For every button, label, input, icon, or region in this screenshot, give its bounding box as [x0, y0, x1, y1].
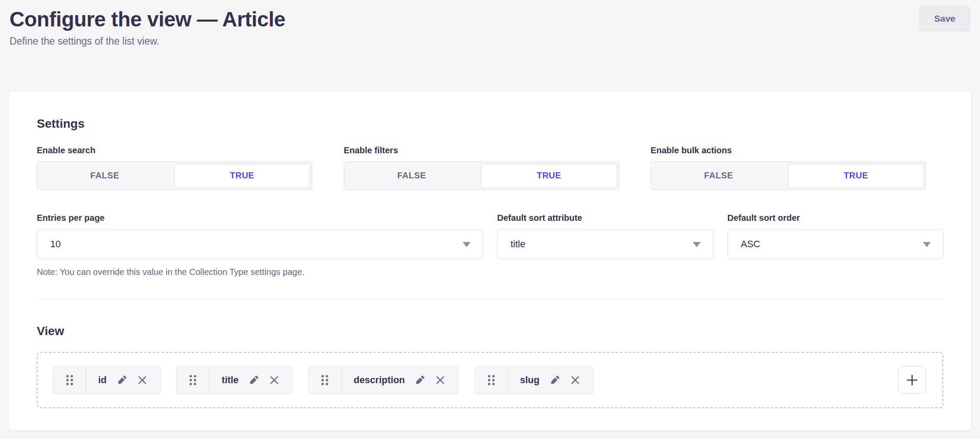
- default-sort-attribute-value: title: [511, 239, 525, 250]
- close-icon: [435, 374, 446, 386]
- pencil-icon: [116, 374, 128, 386]
- page-title: Configure the view — Article: [10, 7, 970, 32]
- remove-field-button[interactable]: [570, 374, 581, 386]
- chevron-down-icon: [463, 242, 471, 247]
- toggle-row: Enable search FALSE TRUE Enable filters …: [37, 145, 943, 190]
- chevron-down-icon: [693, 242, 701, 247]
- chip-body: slug: [508, 367, 592, 394]
- drag-handle-icon: [188, 374, 198, 387]
- field-chip-description[interactable]: description: [308, 366, 459, 394]
- field-entries-per-page: Entries per page 10 Note: You can overri…: [37, 213, 483, 278]
- pencil-icon: [248, 374, 259, 386]
- chip-label: slug: [520, 374, 539, 386]
- field-enable-filters: Enable filters FALSE TRUE: [344, 145, 637, 190]
- plus-icon: [906, 374, 919, 387]
- pencil-icon: [549, 374, 560, 386]
- entries-per-page-value: 10: [50, 239, 61, 250]
- edit-field-button[interactable]: [414, 374, 426, 386]
- chevron-down-icon: [923, 242, 931, 247]
- save-button[interactable]: Save: [919, 6, 970, 31]
- enable-bulk-actions-true-option[interactable]: TRUE: [788, 164, 924, 188]
- field-list: id: [37, 352, 943, 408]
- page-header: Configure the view — Article Define the …: [0, 0, 980, 91]
- edit-field-button[interactable]: [248, 374, 259, 386]
- enable-search-toggle: FALSE TRUE: [37, 161, 312, 190]
- field-default-sort-order: Default sort order ASC: [727, 213, 943, 278]
- page-subtitle: Define the settings of the list view.: [10, 35, 970, 48]
- select-row: Entries per page 10 Note: You can overri…: [37, 213, 943, 278]
- drag-handle-icon: [65, 374, 74, 387]
- default-sort-attribute-select[interactable]: title: [497, 229, 713, 259]
- chip-label: title: [222, 374, 239, 386]
- enable-bulk-actions-false-option[interactable]: FALSE: [651, 162, 786, 190]
- pencil-icon: [414, 374, 426, 386]
- entries-per-page-hint: Note: You can override this value in the…: [37, 266, 483, 278]
- settings-heading: Settings: [37, 116, 943, 131]
- default-sort-order-value: ASC: [741, 239, 760, 250]
- drag-handle-icon: [320, 374, 330, 387]
- remove-field-button[interactable]: [269, 374, 280, 386]
- field-enable-bulk-actions: Enable bulk actions FALSE TRUE: [650, 145, 943, 190]
- chip-body: description: [342, 367, 458, 394]
- drag-handle[interactable]: [309, 367, 342, 394]
- field-enable-search: Enable search FALSE TRUE: [37, 145, 330, 190]
- view-heading: View: [37, 324, 943, 339]
- section-divider: [37, 299, 943, 300]
- settings-section: Settings Enable search FALSE TRUE Enable…: [37, 116, 943, 300]
- enable-search-label: Enable search: [37, 145, 330, 155]
- enable-filters-true-option[interactable]: TRUE: [481, 164, 617, 188]
- close-icon: [269, 374, 280, 386]
- add-field-button[interactable]: [898, 366, 926, 394]
- close-icon: [570, 374, 581, 386]
- edit-field-button[interactable]: [116, 374, 128, 386]
- chip-label: description: [354, 374, 405, 386]
- enable-bulk-actions-toggle: FALSE TRUE: [650, 161, 926, 190]
- enable-filters-false-option[interactable]: FALSE: [344, 162, 480, 190]
- field-chip-title[interactable]: title: [176, 366, 292, 394]
- field-chip-id[interactable]: id: [53, 366, 160, 394]
- drag-handle[interactable]: [177, 367, 210, 394]
- enable-filters-toggle: FALSE TRUE: [344, 161, 619, 190]
- close-icon: [137, 374, 148, 386]
- drag-handle-icon: [487, 374, 496, 387]
- default-sort-order-select[interactable]: ASC: [727, 229, 943, 259]
- default-sort-order-label: Default sort order: [727, 213, 943, 223]
- chip-label: id: [98, 374, 107, 386]
- settings-card: Settings Enable search FALSE TRUE Enable…: [9, 91, 971, 430]
- entries-per-page-label: Entries per page: [37, 213, 483, 223]
- chip-body: id: [86, 367, 160, 394]
- enable-bulk-actions-label: Enable bulk actions: [650, 145, 943, 155]
- field-default-sort-attribute: Default sort attribute title: [497, 213, 713, 278]
- field-chip-slug[interactable]: slug: [474, 366, 593, 394]
- edit-field-button[interactable]: [549, 374, 560, 386]
- remove-field-button[interactable]: [435, 374, 446, 386]
- entries-per-page-select[interactable]: 10: [37, 229, 483, 259]
- default-sort-attribute-label: Default sort attribute: [497, 213, 713, 223]
- enable-filters-label: Enable filters: [344, 145, 637, 155]
- remove-field-button[interactable]: [137, 374, 148, 386]
- drag-handle[interactable]: [53, 367, 86, 394]
- view-section: View id: [37, 324, 943, 409]
- drag-handle[interactable]: [475, 367, 508, 394]
- enable-search-false-option[interactable]: FALSE: [37, 162, 173, 190]
- chip-body: title: [210, 367, 292, 394]
- enable-search-true-option[interactable]: TRUE: [174, 164, 311, 188]
